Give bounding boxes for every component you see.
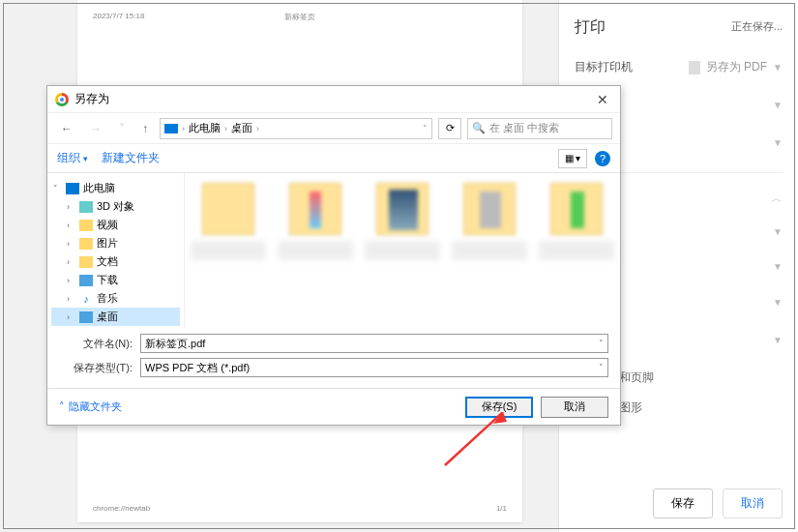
file-item[interactable]: [539, 183, 614, 260]
breadcrumb-desktop[interactable]: 桌面: [231, 121, 252, 135]
refresh-button[interactable]: ⟳: [438, 118, 461, 139]
folder-tree: ˅此电脑 ›3D 对象 ›视频 ›图片 ›文档 ›下载 ›音乐 ›桌面 ›本地磁…: [47, 173, 185, 328]
file-item[interactable]: [365, 183, 440, 260]
nav-back-button[interactable]: ←: [55, 120, 78, 137]
pdf-icon: [689, 61, 700, 74]
chevron-down-icon: ▼: [773, 62, 783, 73]
tree-item-3d[interactable]: ›3D 对象: [51, 197, 180, 216]
savetype-select[interactable]: WPS PDF 文档 (*.pdf)˅: [140, 358, 608, 377]
dialog-fields: 文件名(N): 新标签页.pdf˅ 保存类型(T): WPS PDF 文档 (*…: [47, 328, 620, 388]
dialog-toolbar: 组织▾ 新建文件夹 ▦ ▾ ?: [47, 144, 620, 173]
search-input[interactable]: 🔍 在 桌面 中搜索: [467, 118, 612, 139]
file-item[interactable]: [278, 183, 353, 260]
chevron-down-icon: ▼: [773, 261, 783, 272]
nav-forward-button[interactable]: →: [84, 120, 107, 137]
search-icon: 🔍: [472, 122, 486, 134]
breadcrumb-dropdown-icon[interactable]: ˅: [423, 124, 428, 133]
panel-cancel-button[interactable]: 取消: [723, 488, 783, 518]
savetype-label: 保存类型(T):: [59, 361, 133, 375]
tree-item-downloads[interactable]: ›下载: [51, 271, 180, 289]
tree-item-pc[interactable]: ˅此电脑: [51, 179, 180, 197]
tree-item-docs[interactable]: ›文档: [51, 252, 180, 271]
chevron-right-icon: ›: [182, 124, 185, 133]
dialog-titlebar: 另存为 ✕: [47, 86, 620, 113]
view-mode-button[interactable]: ▦ ▾: [558, 149, 587, 168]
nav-up-button[interactable]: ˅: [113, 120, 131, 137]
destination-label: 目标打印机: [575, 59, 633, 75]
nav-up-arrow[interactable]: ↑: [136, 120, 154, 137]
chrome-icon: [55, 93, 69, 106]
tree-item-video[interactable]: ›视频: [51, 216, 180, 234]
chevron-down-icon: ▼: [773, 335, 783, 345]
save-as-dialog: 另存为 ✕ ← → ˅ ↑ › 此电脑 › 桌面 › ˅ ⟳ 🔍 在 桌面 中搜…: [46, 85, 621, 426]
tree-item-pictures[interactable]: ›图片: [51, 234, 180, 252]
dialog-footer: ˄隐藏文件夹 保存(S) 取消: [47, 388, 620, 425]
chevron-right-icon: ›: [224, 124, 227, 133]
dialog-title: 另存为: [74, 91, 109, 107]
dialog-nav: ← → ˅ ↑ › 此电脑 › 桌面 › ˅ ⟳ 🔍 在 桌面 中搜索: [47, 113, 620, 144]
chevron-down-icon: ˅: [599, 339, 604, 348]
hide-folders-button[interactable]: ˄隐藏文件夹: [59, 399, 122, 414]
filename-label: 文件名(N):: [59, 337, 133, 351]
cancel-button[interactable]: 取消: [541, 397, 608, 418]
tree-item-desktop[interactable]: ›桌面: [51, 308, 180, 326]
file-item[interactable]: [452, 183, 527, 260]
preview-footer-right: 1/1: [496, 504, 507, 513]
chevron-down-icon: ▼: [773, 226, 783, 237]
chevron-up-icon: ˄: [59, 400, 65, 413]
preview-title: 新标签页: [284, 12, 315, 22]
preview-timestamp: 2023/7/7 15:18: [93, 12, 144, 20]
breadcrumb[interactable]: › 此电脑 › 桌面 › ˅: [160, 118, 432, 139]
new-folder-button[interactable]: 新建文件夹: [102, 150, 160, 166]
panel-save-button[interactable]: 保存: [653, 488, 713, 518]
tree-item-music[interactable]: ›音乐: [51, 289, 180, 308]
chevron-down-icon: ▼: [773, 297, 783, 308]
filename-input[interactable]: 新标签页.pdf˅: [140, 334, 608, 353]
collapse-icon[interactable]: ︿: [771, 192, 783, 205]
breadcrumb-pc[interactable]: 此电脑: [189, 121, 221, 135]
help-icon[interactable]: ?: [595, 151, 610, 166]
chevron-down-icon: ˅: [599, 363, 604, 372]
destination-row[interactable]: 目标打印机 另存为 PDF▼: [575, 59, 783, 75]
saving-status: 正在保存...: [731, 19, 783, 34]
file-item[interactable]: [191, 183, 266, 260]
file-grid[interactable]: [185, 173, 620, 328]
save-button[interactable]: 保存(S): [465, 397, 533, 418]
preview-footer-left: chrome://newtab: [93, 504, 150, 513]
search-placeholder: 在 桌面 中搜索: [489, 121, 559, 135]
organize-button[interactable]: 组织▾: [57, 150, 88, 166]
chevron-down-icon: ▼: [773, 137, 783, 148]
chevron-down-icon: ▼: [773, 100, 783, 110]
close-button[interactable]: ✕: [593, 92, 612, 107]
chevron-right-icon: ›: [256, 124, 259, 133]
pc-icon: [164, 124, 178, 133]
